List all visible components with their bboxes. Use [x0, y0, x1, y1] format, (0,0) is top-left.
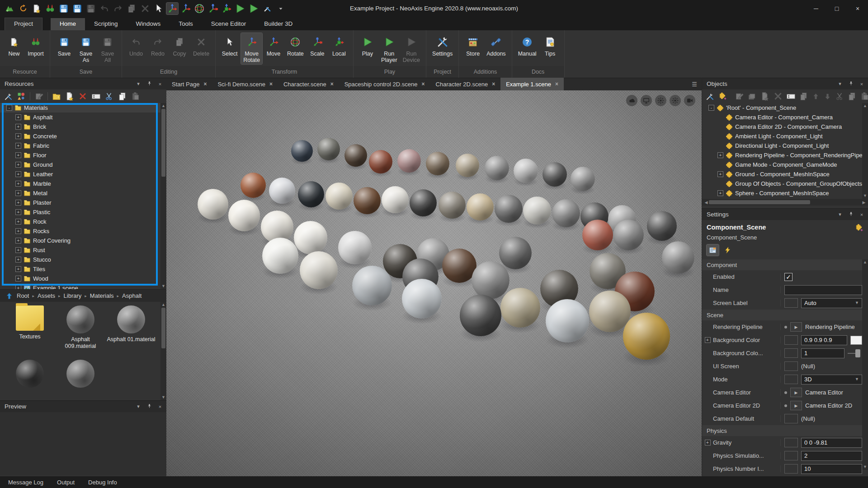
statusbar-item-output[interactable]: Output	[57, 479, 75, 486]
document-tab-example-1-scene[interactable]: Example 1.scene×	[500, 78, 564, 90]
ribbon-button-save-as[interactable]: Save As	[75, 33, 96, 64]
material-sphere[interactable]	[426, 152, 449, 175]
pin-icon[interactable]	[146, 81, 153, 87]
objects-component-button[interactable]	[718, 92, 727, 101]
resources-tree-item[interactable]: +Roof Covering	[0, 236, 166, 245]
resources-new-folder-button[interactable]	[52, 92, 61, 101]
menu-tab-home[interactable]: Home	[51, 18, 85, 30]
resources-edit-button[interactable]	[34, 92, 43, 101]
material-sphere[interactable]	[546, 299, 589, 343]
tab-close-icon[interactable]: ×	[422, 81, 425, 87]
text-field[interactable]	[784, 285, 862, 295]
expander-icon[interactable]: +	[15, 266, 21, 272]
viewport-display-button[interactable]	[641, 95, 652, 106]
material-sphere[interactable]	[402, 279, 442, 319]
document-tab-spaceship-control-2d-scene[interactable]: Spaceship control 2D.scene×	[339, 78, 430, 90]
scroll-right-icon[interactable]: ▶	[861, 200, 867, 205]
tab-close-icon[interactable]: ×	[269, 81, 273, 87]
pin-icon[interactable]	[146, 404, 153, 410]
expander-icon[interactable]: +	[15, 200, 21, 206]
material-sphere[interactable]	[499, 237, 532, 269]
local-button[interactable]	[221, 3, 232, 14]
tab-close-icon[interactable]: ×	[492, 81, 495, 87]
expander-icon[interactable]: +	[15, 276, 21, 282]
document-tab-start-page[interactable]: Start Page×	[166, 78, 212, 90]
document-tab-sci-fi-demo-scene[interactable]: Sci-fi Demo.scene×	[212, 78, 278, 90]
scroll-thumb[interactable]	[161, 308, 165, 348]
material-sphere[interactable]	[241, 173, 266, 198]
text-field[interactable]: 2	[801, 451, 862, 461]
ribbon-button-addons[interactable]: Addons	[484, 33, 508, 58]
expander-icon[interactable]: +	[15, 152, 21, 158]
import-button[interactable]	[44, 3, 56, 14]
viewport-lighting-button[interactable]	[655, 95, 666, 106]
expander-icon[interactable]: +	[15, 114, 21, 120]
resources-tree-item[interactable]: +Ground	[0, 160, 166, 169]
objects-tree-item[interactable]: Ambient Light - Component_Light	[702, 131, 868, 141]
pin-icon[interactable]	[847, 211, 854, 218]
objects-rename-button[interactable]	[787, 92, 795, 101]
delete-button[interactable]	[139, 3, 151, 14]
collapse-icon[interactable]: ▾	[836, 81, 844, 87]
expander-icon[interactable]: +	[15, 162, 21, 168]
select-button[interactable]	[153, 3, 165, 14]
breadcrumb-up-button[interactable]	[5, 291, 14, 300]
scroll-left-icon[interactable]: ◀	[703, 200, 709, 205]
text-field[interactable]: 10	[801, 464, 862, 474]
settings-tab-events[interactable]	[722, 244, 734, 256]
slider[interactable]	[848, 353, 860, 354]
color-value-field[interactable]: 0.9 0.9 0.9	[801, 335, 847, 345]
default-indicator-box[interactable]	[784, 375, 798, 384]
objects-tree-item[interactable]: +Sphere - Component_MeshInSpace	[702, 188, 868, 198]
menu-tab-tools[interactable]: Tools	[170, 18, 202, 30]
menu-tab-builder-3d[interactable]: Builder 3D	[255, 18, 302, 30]
scroll-up-icon[interactable]: ▲	[863, 103, 867, 109]
material-sphere[interactable]	[623, 313, 670, 360]
close-icon[interactable]: ×	[858, 212, 865, 217]
ribbon-button-local[interactable]: Local	[329, 33, 349, 58]
save-all-button[interactable]	[85, 3, 97, 14]
objects-tree-scrollbar[interactable]: ▲ ▼	[862, 103, 868, 199]
move-button[interactable]	[180, 3, 192, 14]
reference-expand-button[interactable]: ▶	[790, 388, 802, 397]
expander-icon[interactable]: +	[705, 440, 711, 446]
viewport-camera-button[interactable]	[684, 95, 695, 106]
resources-tree-item[interactable]: +Marble	[0, 179, 166, 188]
ribbon-button-scale[interactable]: Scale	[307, 33, 328, 58]
material-sphere[interactable]	[460, 295, 501, 336]
menu-tab-scripting[interactable]: Scripting	[85, 18, 127, 30]
text-field[interactable]: 0 0 -9.81	[801, 438, 862, 448]
value-field[interactable]: 1	[801, 348, 844, 358]
objects-tree-item[interactable]: Game Mode - Component_GameMode	[702, 160, 868, 169]
material-sphere[interactable]	[228, 200, 260, 231]
save-as-button[interactable]	[71, 3, 83, 14]
rotate-button[interactable]	[193, 3, 205, 14]
material-sphere[interactable]	[542, 162, 567, 187]
resources-tools-button[interactable]	[4, 92, 13, 101]
ribbon-button-run-player[interactable]: Run Player	[379, 33, 400, 64]
tab-list-icon[interactable]: ☰	[692, 81, 697, 88]
default-indicator-box[interactable]	[784, 438, 798, 447]
reference-expand-button[interactable]: ▶	[790, 322, 802, 332]
ribbon-button-rotate[interactable]: Rotate	[285, 33, 306, 58]
tab-close-icon[interactable]: ×	[330, 81, 334, 87]
copy-button[interactable]	[126, 3, 137, 14]
material-sphere[interactable]	[352, 266, 392, 305]
expander-icon[interactable]: +	[717, 171, 723, 177]
material-sphere[interactable]	[582, 220, 613, 250]
resources-tree-item[interactable]: +Leather	[0, 169, 166, 179]
objects-paste-button[interactable]	[860, 92, 868, 101]
resources-tree-item[interactable]: +Tiles	[0, 264, 166, 274]
ribbon-button-manual[interactable]: ?Manual	[516, 33, 539, 58]
objects-move-down-button[interactable]	[824, 92, 831, 101]
material-sphere[interactable]	[456, 154, 479, 177]
dropdown-field[interactable]: 3D▼	[801, 375, 862, 385]
resources-rename-button[interactable]	[91, 92, 100, 101]
expander-icon[interactable]: -	[708, 105, 714, 111]
save-button[interactable]	[58, 3, 70, 14]
ribbon-button-tips[interactable]: Tips	[540, 33, 561, 58]
material-sphere[interactable]	[410, 189, 437, 216]
material-sphere[interactable]	[472, 261, 509, 299]
expander-icon[interactable]: +	[15, 228, 21, 234]
breadcrumb-item[interactable]: Root	[17, 292, 29, 299]
